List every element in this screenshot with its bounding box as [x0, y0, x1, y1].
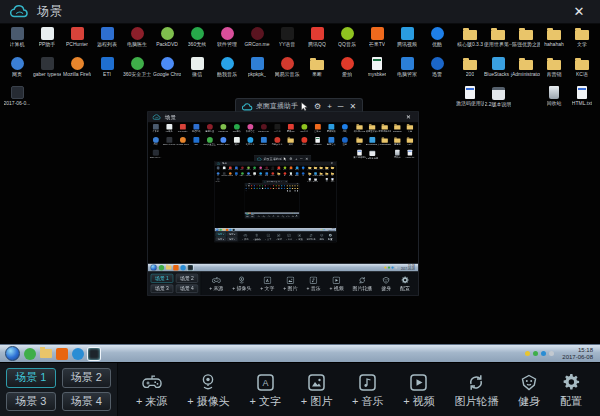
- desktop-icon-row-1: 计算机PP助手PCHunter远程列表电脑医生PackDVD360无线软件管理G…: [245, 185, 286, 187]
- desktop-icon-label: 腾讯QQ: [287, 130, 295, 133]
- desktop-icon-row-3: 2017-06-0...: [149, 150, 163, 159]
- tool-carousel[interactable]: 图片轮播: [454, 371, 498, 409]
- close-icon[interactable]: ✕: [568, 4, 590, 19]
- tool-label: 健身: [292, 216, 294, 217]
- tool-webcam[interactable]: + 摄像头: [187, 371, 229, 409]
- folder-icon: [519, 60, 533, 70]
- tool-label: + 来源: [242, 237, 248, 240]
- app-icon: [301, 137, 307, 143]
- scene-button-4: 场景 4: [250, 216, 255, 218]
- desktop-icon-label: Mozilla Firefox: [227, 175, 233, 176]
- dark-icon: [153, 150, 159, 156]
- desktop-icon: 电脑管家: [392, 57, 422, 77]
- folder-icon: [382, 138, 388, 142]
- desktop-icon-label: 远程列表: [192, 130, 201, 133]
- scene-button-3[interactable]: 场景 3: [6, 392, 56, 412]
- desktop-icon-label: 文学: [577, 41, 587, 47]
- tool-controller[interactable]: + 来源: [136, 371, 167, 409]
- tool-gear: 配置: [328, 233, 332, 240]
- scene-button-3: 场景 3: [216, 237, 226, 241]
- desktop-icon-label: PCHunter: [228, 169, 232, 170]
- app-icon: [153, 124, 159, 130]
- desktop-icon-label: 果断: [288, 143, 293, 146]
- desktop-icon: 果断: [302, 57, 332, 77]
- desktop-icon-label: 芒果TV: [289, 169, 292, 170]
- desktop-icon: 计算机: [2, 27, 32, 47]
- scene-button-3: 场景 3: [245, 216, 250, 218]
- desktop-icon-label: 腾讯视频: [295, 169, 299, 170]
- desktop-icon-label: 陈强优势之路: [512, 41, 540, 47]
- desktop-icon: 芒果TV: [311, 124, 325, 133]
- tool-music[interactable]: + 音乐: [352, 371, 383, 409]
- desktop-icon: KC语: [404, 137, 417, 146]
- desktop-icon-label: HTML.txt: [405, 156, 414, 159]
- explorer-folder-icon: [166, 266, 171, 270]
- tool-text: A+ 文字: [267, 215, 270, 218]
- folder-icon: [407, 125, 413, 129]
- desktop-capture-preview: 计算机PP助手PCHunter远程列表电脑医生PackDVD360无线软件管理G…: [148, 123, 418, 272]
- scene-button-1[interactable]: 场景 1: [6, 368, 56, 388]
- desktop-icon: 陈强优势之路: [512, 27, 540, 47]
- desktop-icon: KC语: [330, 172, 336, 176]
- tool-label: + 文字: [249, 394, 280, 409]
- desktop-icon-label: 2.2版本说明: [366, 156, 378, 159]
- doc-icon: [465, 86, 475, 99]
- tool-label: + 音乐: [277, 216, 280, 217]
- desktop-icon: 再营销: [540, 57, 568, 77]
- tool-image[interactable]: + 图片: [301, 371, 332, 409]
- desktop-icon-label: 酷我音乐: [217, 71, 237, 77]
- tool-gear[interactable]: 配置: [560, 371, 582, 409]
- taskbar-clock: 15:18 2017-06-08: [296, 212, 299, 213]
- tool-label: + 图片: [301, 394, 332, 409]
- desktop-icon: 爱拍: [297, 137, 311, 146]
- desktop-icon-row-1: 计算机PP助手PCHunter远程列表电脑医生PackDVD360无线软件管理G…: [215, 167, 306, 171]
- scene-selector: 场景 1场景 2场景 3场景 4: [148, 272, 201, 295]
- desktop-icon: 陈强优势之路: [378, 124, 391, 133]
- desktop-icon-label: ETI: [103, 71, 111, 77]
- folder-icon: [407, 138, 413, 142]
- desktop-icon-label: PackDVD: [218, 130, 228, 133]
- tool-carousel: 图片轮播: [307, 233, 316, 240]
- desktop-icon: 优酷: [300, 167, 306, 171]
- page-title: 场景: [165, 113, 177, 120]
- folder-icon: [287, 186, 288, 187]
- desktop-capture-preview[interactable]: 计算机PP助手PCHunter远程列表电脑医生PackDVD360无线软件管理G…: [0, 24, 600, 362]
- bottom-toolbar: 场景 1场景 2场景 3场景 4 + 来源+ 摄像头A+ 文字+ 图片+ 音乐+…: [148, 271, 418, 295]
- tray-icons: [321, 229, 327, 230]
- desktop-icon: 电脑医生: [203, 124, 217, 133]
- desktop-folder-row-1: 核心版0.3.3使用世界第一股陈强优势之路hahahah文学: [286, 185, 299, 187]
- scene-selector: 场景 1场景 2场景 3场景 4: [0, 363, 118, 416]
- desktop-icon: 文学: [568, 27, 596, 47]
- taskbar-clock: 15:18 2017-06-08: [328, 228, 335, 231]
- tool-video[interactable]: + 视频: [403, 371, 434, 409]
- scene-button-2[interactable]: 场景 2: [62, 368, 112, 388]
- video-icon: [298, 233, 301, 237]
- tool-mask[interactable]: 健身: [518, 371, 540, 409]
- explorer-folder-icon: [40, 349, 52, 358]
- app-icon: [261, 137, 267, 143]
- tab-button-icon: ✕: [305, 157, 308, 161]
- desktop-icon-label: QQ音乐: [338, 41, 356, 47]
- desktop-icon-label: 网页: [217, 175, 219, 176]
- tool-text[interactable]: A+ 文字: [249, 371, 280, 409]
- desktop-icon-label: 爱拍: [302, 143, 307, 146]
- desktop-icon: 果断: [284, 137, 298, 146]
- desktop-icon-label: hahahah: [325, 169, 329, 170]
- tool-label: + 音乐: [286, 237, 292, 240]
- desktop-icon-label: 软件管理: [246, 130, 255, 133]
- doc-icon: [297, 190, 298, 191]
- doc-icon: [331, 178, 333, 181]
- tool-label: 图片轮播: [454, 394, 498, 409]
- folder-icon: [463, 60, 477, 70]
- clock-date: 2017-06-08: [562, 354, 593, 360]
- app-icon: [251, 57, 264, 70]
- desktop-icon: [512, 86, 540, 107]
- folder-icon: [292, 186, 293, 187]
- taskbar-clock: 15:18 2017-06-08: [562, 347, 595, 361]
- scene-button-4[interactable]: 场景 4: [62, 392, 112, 412]
- desktop-icon: GRCon.me: [257, 124, 271, 133]
- desktop-icon: pkpkpk_: [257, 137, 271, 146]
- app-icon: [342, 137, 348, 143]
- desktop-icon-label: hahahah: [393, 130, 402, 133]
- desktop-folder-row-3: 激活码使用说明2.2版本说明回收站HTML.txt: [456, 86, 596, 107]
